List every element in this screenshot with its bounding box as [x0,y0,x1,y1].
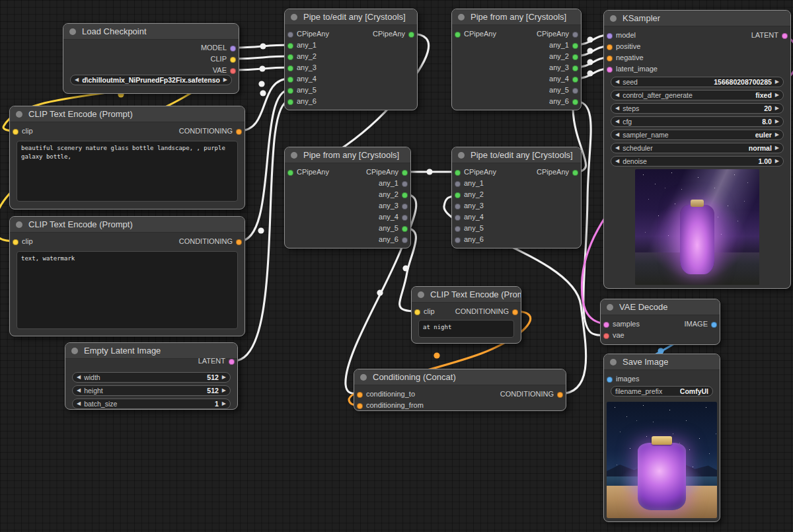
output-slot-cpipeany-dot[interactable] [402,170,408,176]
collapse-dot-icon[interactable] [458,152,465,159]
node-title-bar[interactable]: VAE Decode [601,299,720,315]
input-slot-any_5-dot[interactable] [287,88,293,94]
output-slot-conditioning-dot[interactable] [557,392,563,398]
node-clip-encode-2[interactable]: CLIP Text Encode (Prompt)clipCONDITIONIN… [9,216,245,336]
stepper-left-icon[interactable]: ◀ [615,106,619,111]
stepper-left-icon[interactable]: ◀ [615,145,619,151]
input-slot-conditioning_from-dot[interactable] [357,403,363,409]
widget-filename_prefix[interactable]: filename_prefixComfyUI [611,386,713,397]
stepper-right-icon[interactable]: ▶ [775,93,779,98]
link-dot[interactable] [259,65,265,71]
output-slot-latent-dot[interactable] [782,33,788,39]
output-slot-any_6-dot[interactable] [572,99,578,105]
collapse-dot-icon[interactable] [610,15,617,22]
output-slot-any_1-dot[interactable] [402,181,408,187]
widget-scheduler[interactable]: ◀schedulernormal▶ [611,143,784,153]
stepper-right-icon[interactable]: ▶ [223,77,227,83]
output-slot-any_4-dot[interactable] [402,215,408,221]
stepper-left-icon[interactable]: ◀ [615,79,619,85]
output-slot-latent-dot[interactable] [229,359,235,365]
input-slot-any_1-dot[interactable] [287,43,293,49]
output-slot-conditioning-dot[interactable] [236,239,242,245]
output-slot-model-dot[interactable] [230,46,236,52]
node-pipe-from-1[interactable]: Pipe from any [Crystools]CPipeAnyCPipeAn… [451,9,582,110]
input-slot-cpipeany-dot[interactable] [455,170,461,176]
widget-value[interactable]: ◀d\chilloutmix_NiPrunedFp32Fix.safetenso… [70,75,232,85]
output-slot-conditioning-dot[interactable] [512,309,518,315]
stepper-right-icon[interactable]: ▶ [775,159,779,164]
input-slot-any_3-dot[interactable] [455,204,461,209]
widget-width[interactable]: ◀width512▶ [72,372,231,383]
stepper-right-icon[interactable]: ▶ [222,401,226,406]
collapse-dot-icon[interactable] [291,14,297,20]
stepper-right-icon[interactable]: ▶ [775,106,779,111]
collapse-dot-icon[interactable] [71,348,78,354]
input-slot-clip-dot[interactable] [13,129,19,135]
input-slot-samples-dot[interactable] [603,322,609,328]
collapse-dot-icon[interactable] [291,152,297,159]
link-dot[interactable] [258,227,264,233]
input-slot-cpipeany-dot[interactable] [287,32,293,38]
collapse-dot-icon[interactable] [69,28,76,35]
stepper-left-icon[interactable]: ◀ [77,375,81,380]
collapse-dot-icon[interactable] [418,291,424,298]
node-title-bar[interactable]: CLIP Text Encode (Prompt) [10,217,245,233]
input-slot-any_2-dot[interactable] [455,192,461,198]
node-ksampler[interactable]: KSamplermodelLATENTpositivenegativelaten… [603,10,791,289]
output-slot-conditioning-dot[interactable] [236,129,242,135]
collapse-dot-icon[interactable] [458,14,465,20]
input-slot-conditioning_to-dot[interactable] [357,392,363,398]
stepper-left-icon[interactable]: ◀ [77,401,81,406]
input-slot-any_3-dot[interactable] [287,65,293,71]
link-dot[interactable] [426,169,432,174]
node-empty-latent[interactable]: Empty Latent ImageLATENT◀width512▶◀heigh… [65,342,238,410]
stepper-left-icon[interactable]: ◀ [615,132,619,137]
input-slot-negative-dot[interactable] [607,56,613,61]
collapse-dot-icon[interactable] [16,221,22,228]
stepper-right-icon[interactable]: ▶ [775,145,779,151]
input-slot-any_5-dot[interactable] [455,226,461,232]
input-slot-any_4-dot[interactable] [287,77,293,83]
output-slot-any_5-dot[interactable] [402,226,408,232]
widget-control_after_generate[interactable]: ◀control_after_generatefixed▶ [611,90,784,100]
widget-height[interactable]: ◀height512▶ [72,385,231,396]
input-slot-clip-dot[interactable] [414,309,420,315]
node-clip-encode-3[interactable]: CLIP Text Encode (Prompt)clipCONDITIONIN… [411,286,521,344]
input-slot-cpipeany-dot[interactable] [287,170,293,176]
stepper-right-icon[interactable]: ▶ [775,119,779,124]
stepper-right-icon[interactable]: ▶ [775,79,779,85]
output-slot-cpipeany-dot[interactable] [572,32,578,38]
stepper-right-icon[interactable]: ▶ [222,375,226,380]
input-slot-any_6-dot[interactable] [455,237,461,243]
output-slot-image-dot[interactable] [711,322,717,328]
collapse-dot-icon[interactable] [16,111,22,118]
node-title-bar[interactable]: Pipe from any [Crystools] [452,9,581,25]
output-slot-any_4-dot[interactable] [572,77,578,83]
widget-steps[interactable]: ◀steps20▶ [611,103,784,114]
output-slot-cpipeany-dot[interactable] [408,32,414,38]
link-dot[interactable] [260,43,266,49]
node-title-bar[interactable]: Save Image [604,354,720,370]
widget-seed[interactable]: ◀seed156680208700285▶ [611,77,784,87]
node-title-bar[interactable]: KSampler [604,11,790,26]
link-dot[interactable] [587,36,593,42]
stepper-right-icon[interactable]: ▶ [775,132,779,137]
collapse-dot-icon[interactable] [360,374,367,381]
node-vae-decode[interactable]: VAE DecodesamplesIMAGEvae [600,299,720,345]
input-slot-positive-dot[interactable] [607,44,613,50]
node-clip-encode-1[interactable]: CLIP Text Encode (Prompt)clipCONDITIONIN… [9,106,245,209]
input-slot-clip-dot[interactable] [13,239,19,245]
output-slot-any_6-dot[interactable] [402,237,408,243]
input-slot-any_2-dot[interactable] [287,54,293,60]
widget-denoise[interactable]: ◀denoise1.00▶ [611,156,784,167]
link-dot[interactable] [402,265,408,271]
node-pipe-to-1[interactable]: Pipe to/edit any [Crystools]CPipeAnyCPip… [284,9,418,110]
node-title-bar[interactable]: Load Checkpoint [63,24,239,40]
collapse-dot-icon[interactable] [607,304,613,311]
node-load-checkpoint[interactable]: Load CheckpointMODELCLIPVAE◀d\chilloutmi… [63,23,239,94]
input-slot-any_1-dot[interactable] [455,181,461,187]
stepper-left-icon[interactable]: ◀ [615,119,619,124]
output-slot-vae-dot[interactable] [230,68,236,74]
collapse-dot-icon[interactable] [610,359,617,365]
widget-cfg[interactable]: ◀cfg8.0▶ [611,116,784,127]
